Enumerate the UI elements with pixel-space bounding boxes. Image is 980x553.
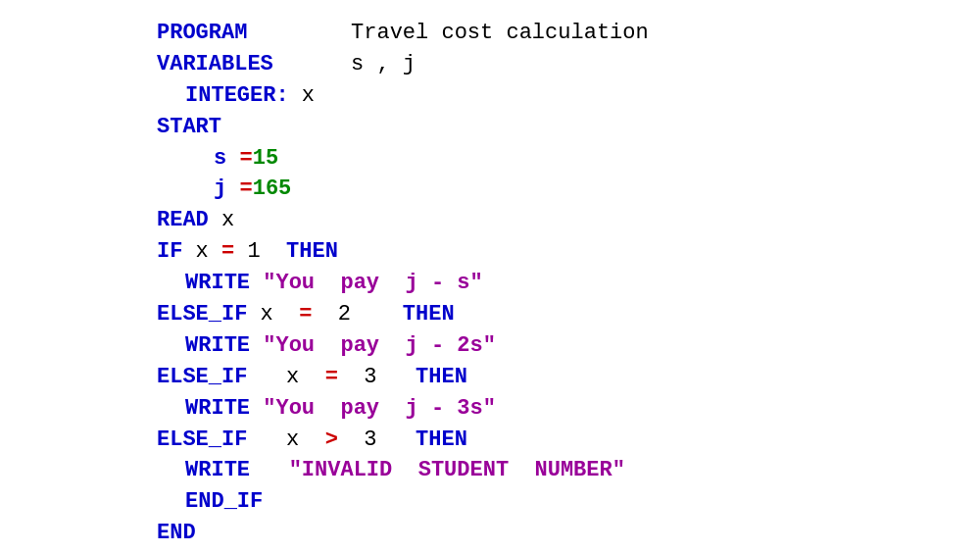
code-line: INTEGER: x (157, 80, 980, 112)
code-block: PROGRAM Travel cost calculationVARIABLES… (0, 0, 980, 549)
code-token: START (157, 112, 221, 143)
code-token: 2 (312, 299, 402, 330)
code-token: "You pay j - 3s" (250, 393, 496, 425)
code-token: 1 (234, 236, 286, 268)
code-line: VARIABLES s , j (157, 49, 980, 80)
code-token: x (289, 80, 315, 112)
code-token: = (239, 143, 252, 175)
code-token: WRITE (185, 393, 250, 425)
code-token: x (209, 205, 234, 236)
code-token: 15 (253, 143, 278, 175)
code-token: THEN (416, 362, 467, 393)
code-token: > (325, 425, 338, 456)
code-token: VARIABLES (157, 49, 273, 80)
code-line: START (157, 112, 980, 143)
code-token: ELSE_IF (157, 425, 247, 456)
code-line: WRITE "You pay j - s" (157, 268, 980, 299)
code-token: x (247, 425, 324, 456)
code-token: 165 (253, 174, 292, 205)
code-line: READ x (157, 205, 980, 236)
code-token: INTEGER: (185, 80, 289, 112)
code-token: = (239, 174, 252, 205)
code-token: WRITE (185, 330, 250, 362)
code-token: ELSE_IF (157, 362, 247, 393)
code-line: WRITE "INVALID STUDENT NUMBER" (157, 455, 980, 486)
code-token: x (247, 299, 299, 330)
code-token: PROGRAM (157, 18, 247, 49)
code-line: s =15 (157, 143, 980, 175)
code-token: "INVALID STUDENT NUMBER" (250, 455, 625, 486)
code-line: WRITE "You pay j - 3s" (157, 393, 980, 425)
code-token: READ (157, 205, 209, 236)
code-token: = (325, 362, 338, 393)
code-token: WRITE (185, 268, 250, 299)
code-token: 3 (338, 425, 416, 456)
code-line: ELSE_IF x = 2 THEN (157, 299, 980, 330)
code-token: THEN (403, 299, 455, 330)
code-line: ELSE_IF x > 3 THEN (157, 425, 980, 456)
code-token: THEN (416, 425, 467, 456)
code-token: j (214, 174, 239, 205)
code-token: s , j (273, 49, 416, 80)
code-line: WRITE "You pay j - 2s" (157, 330, 980, 362)
code-token: ELSE_IF (157, 299, 247, 330)
code-token: x (247, 362, 324, 393)
code-token: x (182, 236, 221, 268)
code-token: WRITE (185, 455, 250, 486)
code-token: s (214, 143, 239, 175)
code-token: IF (157, 236, 182, 268)
code-line: j =165 (157, 174, 980, 205)
code-line: ELSE_IF x = 3 THEN (157, 362, 980, 393)
code-token: "You pay j - 2s" (250, 330, 496, 362)
code-token: 3 (338, 362, 416, 393)
code-token: = (221, 236, 234, 268)
code-token: "You pay j - s" (250, 268, 483, 299)
code-line: END_IF (157, 486, 980, 518)
code-token: END (157, 518, 196, 549)
code-line: END (157, 518, 980, 549)
code-line: IF x = 1 THEN (157, 236, 980, 268)
code-token: = (299, 299, 312, 330)
code-line: PROGRAM Travel cost calculation (157, 18, 980, 49)
code-token: THEN (286, 236, 338, 268)
code-token: END_IF (185, 486, 263, 518)
code-token: Travel cost calculation (247, 18, 648, 49)
